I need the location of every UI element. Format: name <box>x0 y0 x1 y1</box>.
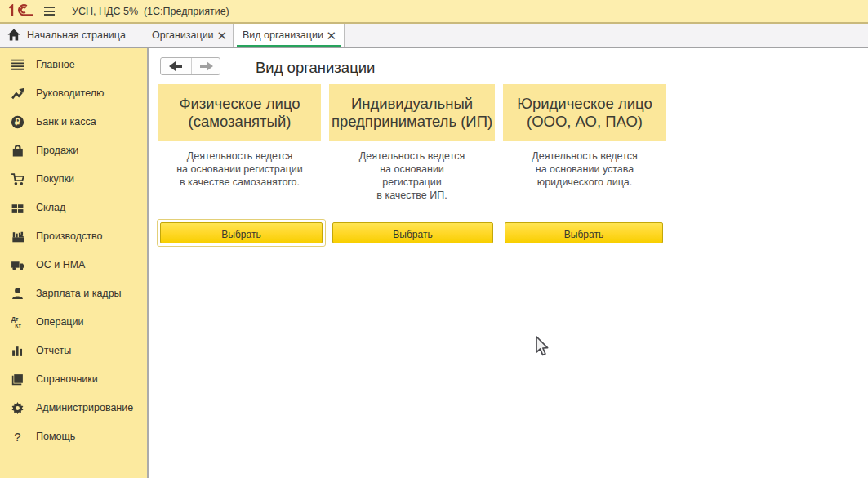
svg-text:₽: ₽ <box>15 117 20 127</box>
svg-text:Кт: Кт <box>15 323 21 328</box>
svg-text:?: ? <box>14 431 20 444</box>
